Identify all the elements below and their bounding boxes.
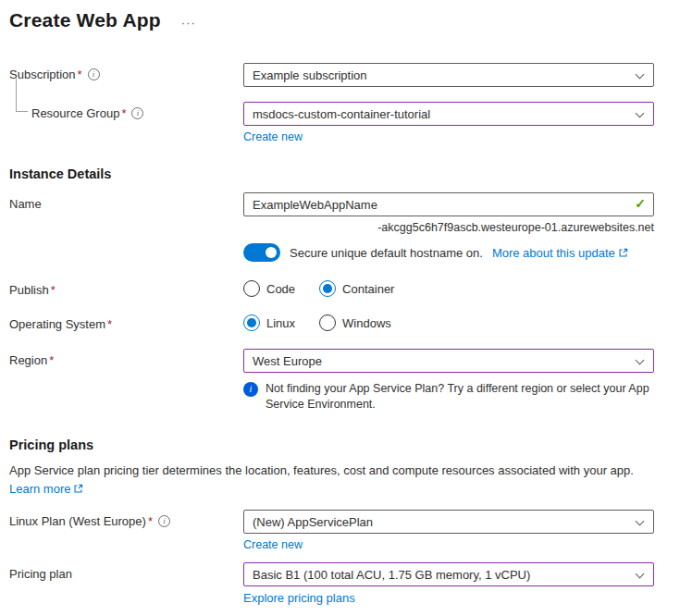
valid-check-icon: ✓: [635, 196, 646, 211]
required-marker: *: [107, 317, 112, 331]
pricing-description: App Service plan pricing tier determines…: [9, 462, 671, 479]
linux-plan-dropdown[interactable]: (New) AppServicePlan: [243, 510, 654, 534]
radio-windows[interactable]: Windows: [319, 314, 391, 331]
region-label-col: Region*: [9, 349, 243, 367]
linux-plan-label-col: Linux Plan (West Europe)* i: [9, 510, 243, 528]
radio-selected-icon: [319, 280, 336, 297]
pricing-plan-row: Pricing plan Basic B1 (100 total ACU, 1.…: [9, 562, 671, 606]
required-marker: *: [148, 514, 153, 528]
os-row: Operating System* Linux Windows: [9, 313, 671, 331]
hostname-toggle-row: Secure unique default hostname on. More …: [243, 243, 671, 262]
info-filled-icon: i: [243, 382, 258, 397]
region-row: Region* West Europe: [9, 349, 671, 373]
info-icon[interactable]: i: [158, 515, 170, 527]
radio-linux-label: Linux: [266, 316, 295, 330]
radio-code[interactable]: Code: [243, 280, 295, 297]
pricing-plan-label: Pricing plan: [9, 567, 72, 581]
tree-connector: [16, 79, 28, 112]
external-link-icon: [73, 484, 83, 494]
required-marker: *: [49, 353, 54, 367]
region-label: Region*: [9, 353, 54, 367]
radio-windows-label: Windows: [342, 316, 391, 330]
learn-more-link[interactable]: Learn more: [9, 482, 83, 496]
pricing-plan-label-col: Pricing plan: [9, 562, 243, 581]
radio-linux[interactable]: Linux: [243, 314, 295, 331]
subscription-row: Subscription* i Example subscription: [9, 63, 671, 87]
explore-pricing-plans-link[interactable]: Explore pricing plans: [243, 591, 355, 605]
radio-code-label: Code: [266, 282, 295, 296]
radio-selected-icon: [243, 314, 260, 331]
resource-group-label-col: Resource Group* i: [9, 102, 243, 120]
required-marker: *: [121, 106, 126, 120]
resource-group-label: Resource Group*: [31, 106, 126, 120]
page-title: Create Web App: [9, 9, 161, 31]
radio-container[interactable]: Container: [319, 280, 394, 297]
more-options-button[interactable]: ···: [181, 12, 196, 30]
publish-row: Publish* Code Container: [9, 278, 671, 297]
linux-plan-value: (New) AppServicePlan: [253, 515, 373, 529]
required-marker: *: [51, 283, 56, 297]
create-new-resource-group-link[interactable]: Create new: [243, 130, 303, 143]
resource-group-row: Resource Group* i msdocs-custom-containe…: [9, 102, 671, 144]
resource-group-value: msdocs-custom-container-tutorial: [253, 107, 430, 121]
pricing-plan-dropdown[interactable]: Basic B1 (100 total ACU, 1.75 GB memory,…: [243, 562, 654, 586]
subscription-dropdown[interactable]: Example subscription: [243, 63, 654, 87]
header: Create Web App ···: [9, 9, 671, 31]
publish-label-col: Publish*: [9, 278, 243, 297]
radio-container-label: Container: [342, 282, 394, 296]
pricing-plans-heading: Pricing plans: [9, 437, 671, 452]
os-label-col: Operating System*: [9, 313, 243, 331]
region-note: i Not finding your App Service Plan? Try…: [243, 381, 661, 413]
radio-unselected-icon: [319, 314, 336, 331]
os-radio-group: Linux Windows: [243, 313, 654, 331]
secure-hostname-toggle[interactable]: [243, 243, 280, 262]
pricing-plan-value: Basic B1 (100 total ACU, 1.75 GB memory,…: [253, 568, 530, 582]
resource-group-dropdown[interactable]: msdocs-custom-container-tutorial: [243, 102, 654, 126]
publish-label: Publish*: [9, 283, 56, 297]
chevron-down-icon: [636, 109, 645, 118]
os-label: Operating System*: [9, 317, 112, 331]
name-input[interactable]: [243, 192, 654, 216]
chevron-down-icon: [636, 70, 645, 80]
name-row: Name ✓ -akcgg5c6h7f9ascb.westeurope-01.a…: [9, 192, 671, 234]
region-value: West Europe: [253, 354, 322, 368]
subscription-value: Example subscription: [253, 68, 367, 82]
toggle-label: Secure unique default hostname on.: [290, 246, 483, 260]
radio-unselected-icon: [243, 280, 260, 297]
info-icon[interactable]: i: [88, 68, 100, 80]
name-label-col: Name: [9, 192, 243, 211]
chevron-down-icon: [636, 570, 645, 579]
info-icon[interactable]: i: [131, 107, 143, 119]
subscription-label-col: Subscription* i: [9, 63, 243, 81]
name-label: Name: [9, 197, 42, 211]
chevron-down-icon: [636, 356, 645, 365]
external-link-icon: [618, 248, 628, 258]
create-web-app-form: Create Web App ··· Subscription* i Examp…: [0, 0, 680, 606]
region-note-text: Not finding your App Service Plan? Try a…: [266, 381, 661, 413]
required-marker: *: [78, 68, 82, 81]
create-new-plan-link[interactable]: Create new: [243, 538, 303, 551]
region-dropdown[interactable]: West Europe: [243, 349, 654, 373]
linux-plan-label: Linux Plan (West Europe)*: [9, 514, 153, 528]
linux-plan-row: Linux Plan (West Europe)* i (New) AppSer…: [9, 510, 671, 552]
toggle-knob-icon: [266, 247, 277, 258]
publish-radio-group: Code Container: [243, 278, 654, 297]
instance-details-heading: Instance Details: [9, 166, 671, 181]
hostname-suffix: -akcgg5c6h7f9ascb.westeurope-01.azureweb…: [243, 221, 654, 234]
chevron-down-icon: [636, 517, 645, 526]
more-about-update-link[interactable]: More about this update: [492, 246, 628, 260]
